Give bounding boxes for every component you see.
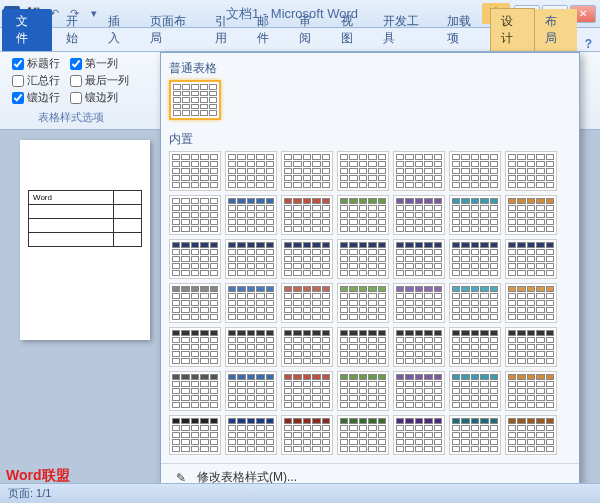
style-thumb-2-1[interactable] <box>225 239 277 279</box>
style-thumb-6-4[interactable] <box>393 415 445 455</box>
style-thumb-1-4[interactable] <box>393 195 445 235</box>
style-thumb-4-5[interactable] <box>449 327 501 367</box>
check-banded-columns[interactable]: 镶边列 <box>70 90 129 105</box>
style-thumb-4-2[interactable] <box>281 327 333 367</box>
style-thumb-2-5[interactable] <box>449 239 501 279</box>
tab-references[interactable]: 引用 <box>205 9 247 51</box>
page-count: 页面: 1/1 <box>8 487 51 499</box>
style-thumb-3-5[interactable] <box>449 283 501 323</box>
tab-mailings[interactable]: 邮件 <box>247 9 289 51</box>
style-thumb-3-4[interactable] <box>393 283 445 323</box>
style-thumb-4-6[interactable] <box>505 327 557 367</box>
style-thumb-0-4[interactable] <box>393 151 445 191</box>
style-thumb-6-0[interactable] <box>169 415 221 455</box>
table-style-options-group: 标题行 第一列 汇总行 最后一列 镶边行 镶边列 表格样式选项 <box>4 56 137 125</box>
style-thumb-6-6[interactable] <box>505 415 557 455</box>
style-thumb-1-6[interactable] <box>505 195 557 235</box>
table-styles-gallery: 普通表格 内置 ✎ 修改表格样式(M)... ▦ 清除(C) ▦ 新建表样式(N… <box>160 52 580 503</box>
tab-view[interactable]: 视图 <box>331 9 373 51</box>
ribbon-tabs: 文件 开始 插入 页面布局 引用 邮件 审阅 视图 开发工具 加载项 设计 布局… <box>0 28 600 52</box>
style-thumb-3-0[interactable] <box>169 283 221 323</box>
status-bar: 页面: 1/1 <box>0 483 600 503</box>
style-thumb-plain[interactable] <box>169 80 221 120</box>
tab-page-layout[interactable]: 页面布局 <box>140 9 204 51</box>
document-table[interactable]: Word <box>28 190 142 247</box>
style-thumb-0-3[interactable] <box>337 151 389 191</box>
tab-layout[interactable]: 布局 <box>535 9 577 51</box>
tab-review[interactable]: 审阅 <box>289 9 331 51</box>
help-icon[interactable]: ? <box>577 37 600 51</box>
tab-developer[interactable]: 开发工具 <box>373 9 437 51</box>
style-thumb-5-3[interactable] <box>337 371 389 411</box>
style-thumb-2-0[interactable] <box>169 239 221 279</box>
style-thumb-1-5[interactable] <box>449 195 501 235</box>
tab-addins[interactable]: 加载项 <box>437 9 490 51</box>
style-thumb-2-6[interactable] <box>505 239 557 279</box>
style-thumb-5-1[interactable] <box>225 371 277 411</box>
style-thumb-1-3[interactable] <box>337 195 389 235</box>
style-thumb-3-1[interactable] <box>225 283 277 323</box>
style-thumb-5-2[interactable] <box>281 371 333 411</box>
style-thumb-1-0[interactable] <box>169 195 221 235</box>
style-thumb-5-0[interactable] <box>169 371 221 411</box>
tab-file[interactable]: 文件 <box>2 9 52 51</box>
style-thumb-2-4[interactable] <box>393 239 445 279</box>
check-first-column[interactable]: 第一列 <box>70 56 129 71</box>
style-thumb-3-3[interactable] <box>337 283 389 323</box>
style-thumb-4-3[interactable] <box>337 327 389 367</box>
style-thumb-5-5[interactable] <box>449 371 501 411</box>
check-last-column[interactable]: 最后一列 <box>70 73 129 88</box>
style-thumb-2-3[interactable] <box>337 239 389 279</box>
style-thumb-4-1[interactable] <box>225 327 277 367</box>
style-thumb-0-2[interactable] <box>281 151 333 191</box>
check-total-row[interactable]: 汇总行 <box>12 73 60 88</box>
plain-tables-title: 普通表格 <box>169 57 571 80</box>
style-thumb-3-2[interactable] <box>281 283 333 323</box>
check-banded-rows[interactable]: 镶边行 <box>12 90 60 105</box>
style-thumb-6-5[interactable] <box>449 415 501 455</box>
style-thumb-4-4[interactable] <box>393 327 445 367</box>
style-thumb-1-1[interactable] <box>225 195 277 235</box>
style-thumb-5-6[interactable] <box>505 371 557 411</box>
style-thumb-0-0[interactable] <box>169 151 221 191</box>
style-thumb-4-0[interactable] <box>169 327 221 367</box>
tab-design[interactable]: 设计 <box>490 8 534 51</box>
style-thumb-0-6[interactable] <box>505 151 557 191</box>
style-thumb-6-1[interactable] <box>225 415 277 455</box>
style-thumb-6-2[interactable] <box>281 415 333 455</box>
page: Word <box>20 140 150 340</box>
style-thumb-1-2[interactable] <box>281 195 333 235</box>
tab-home[interactable]: 开始 <box>56 9 98 51</box>
group-label: 表格样式选项 <box>12 110 129 125</box>
tab-insert[interactable]: 插入 <box>98 9 140 51</box>
style-thumb-6-3[interactable] <box>337 415 389 455</box>
style-thumb-0-5[interactable] <box>449 151 501 191</box>
style-thumb-0-1[interactable] <box>225 151 277 191</box>
style-thumb-2-2[interactable] <box>281 239 333 279</box>
style-thumb-3-6[interactable] <box>505 283 557 323</box>
style-thumb-5-4[interactable] <box>393 371 445 411</box>
check-header-row[interactable]: 标题行 <box>12 56 60 71</box>
builtin-title: 内置 <box>169 128 571 151</box>
